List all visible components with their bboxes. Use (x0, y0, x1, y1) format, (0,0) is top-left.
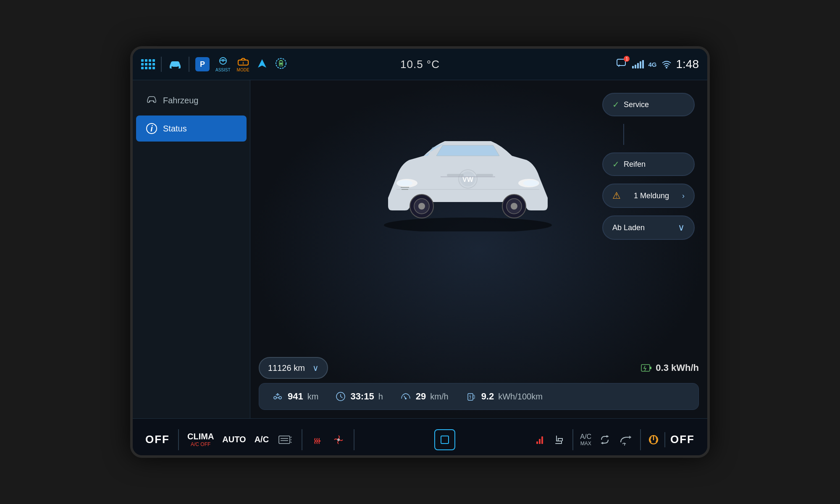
climate-right-controls: A/C MAX (535, 429, 695, 450)
odometer-row: 11126 km ∨ 0.3 kWh/h (259, 357, 699, 379)
home-button-area (363, 429, 526, 450)
avg-speed-unit: km/h (430, 392, 448, 402)
range-unit: km (307, 392, 319, 402)
meldung-button[interactable]: ⚠ 1 Meldung › (602, 184, 695, 208)
power-icon (648, 434, 659, 446)
svg-rect-30 (650, 367, 651, 369)
svg-point-31 (274, 396, 276, 399)
power-divider (664, 432, 665, 447)
speedometer-icon (400, 391, 412, 402)
clock-display: 1:48 (676, 58, 699, 71)
reifen-button[interactable]: ✓ Reifen (602, 152, 695, 176)
svg-rect-8 (280, 63, 282, 65)
main-content-area: Fahrzeug i Status (133, 80, 707, 418)
ab-laden-dropdown[interactable]: Ab Laden ∨ (602, 215, 695, 240)
svg-point-10 (666, 67, 667, 68)
car-illustration: VW (363, 114, 573, 231)
mode-icon[interactable]: MODE (236, 57, 250, 72)
consumption-icon (465, 391, 477, 402)
ac-max-sub-label: MAX (580, 441, 591, 446)
connector-line-1 (623, 124, 624, 145)
divider-1 (161, 57, 162, 72)
svg-rect-41 (539, 439, 541, 444)
meldung-chevron-icon: › (682, 192, 685, 200)
svg-point-38 (337, 438, 340, 441)
signal-strength-icon (632, 60, 644, 68)
service-button[interactable]: ✓ Service (602, 93, 695, 116)
svg-point-0 (171, 66, 173, 68)
svg-rect-39 (441, 436, 449, 444)
meldung-label: 1 Meldung (634, 192, 669, 200)
auto-label: AUTO (222, 435, 246, 444)
sidebar-item-status[interactable]: i Status (136, 116, 247, 142)
fahrzeug-icon (146, 94, 157, 106)
power-off-button[interactable]: OFF (648, 432, 695, 447)
range-value: 941 (288, 391, 303, 402)
svg-rect-35 (468, 394, 473, 400)
consumption-unit: kWh/100km (498, 392, 543, 402)
fan-bars-right-icon[interactable] (535, 434, 546, 446)
clima-main-label: CLIMA (187, 432, 214, 441)
svg-rect-42 (541, 436, 543, 444)
seat-heat-left-icon[interactable] (311, 433, 323, 446)
climate-divider-4 (572, 429, 573, 450)
rear-defrost-icon[interactable] (277, 433, 293, 446)
svg-point-12 (153, 101, 155, 102)
ac-label: A/C (255, 435, 269, 444)
clock-icon (335, 391, 346, 402)
svg-point-34 (405, 398, 407, 399)
reifen-check-icon: ✓ (612, 159, 620, 169)
reifen-label: Reifen (624, 160, 646, 169)
climate-divider-1 (178, 429, 179, 450)
odometer-dropdown[interactable]: 11126 km ∨ (259, 357, 328, 379)
home-button[interactable] (434, 429, 455, 450)
clima-label: CLIMA A/C OFF (187, 432, 214, 447)
top-status-bar: P ASSIST MODE (133, 49, 707, 80)
wifi-icon (661, 60, 672, 69)
svg-rect-37 (279, 436, 290, 444)
seat-heat-right-icon[interactable] (553, 433, 566, 446)
navigation-icon[interactable] (256, 57, 268, 71)
status-buttons-panel: ✓ Service ✓ Reifen ⚠ 1 Meldung › (602, 93, 695, 240)
car-nav-icon[interactable] (168, 58, 183, 70)
trip-time-unit: h (378, 392, 383, 402)
climate-control-bar: OFF CLIMA A/C OFF AUTO A/C (133, 418, 707, 458)
recirculate-icon[interactable] (598, 434, 612, 446)
temperature-display: 10.5 °C (328, 58, 512, 71)
vehicle-content-area: VW (250, 80, 707, 418)
message-icon[interactable]: 1 (616, 58, 628, 71)
fan-left-icon[interactable] (332, 433, 345, 446)
range-stat: 941 km (272, 391, 318, 402)
svg-rect-29 (641, 365, 650, 371)
mode-label: MODE (237, 68, 249, 72)
grid-menu-icon[interactable] (141, 59, 155, 69)
trip-time-stat: 33:15 h (335, 391, 383, 402)
message-badge: 1 (624, 56, 630, 62)
sidebar: Fahrzeug i Status (133, 80, 250, 418)
svg-point-3 (222, 60, 224, 62)
car-image-display: VW (359, 89, 577, 257)
avg-speed-stat: 29 km/h (400, 391, 449, 402)
nav-icons-left: P ASSIST MODE (141, 57, 324, 72)
odometer-value: 11126 km (268, 363, 305, 373)
trip-time-value: 33:15 (350, 391, 374, 402)
ab-laden-chevron-icon: ∨ (678, 222, 685, 233)
fahrzeug-label: Fahrzeug (163, 96, 199, 105)
settings-battery-icon[interactable] (274, 57, 288, 72)
svg-point-13 (384, 218, 552, 231)
ab-laden-label: Ab Laden (612, 223, 645, 232)
front-fan-icon[interactable] (618, 434, 633, 446)
network-type-badge: 4G (648, 61, 656, 68)
svg-rect-27 (447, 174, 464, 176)
status-label: Status (163, 124, 187, 134)
warning-icon: ⚠ (612, 190, 621, 201)
svg-rect-40 (536, 441, 538, 444)
ac-max-button[interactable]: A/C MAX (580, 433, 591, 446)
bottom-stats-area: 11126 km ∨ 0.3 kWh/h (259, 357, 699, 410)
assist-icon[interactable]: ASSIST (215, 57, 231, 72)
infotainment-screen: P ASSIST MODE (130, 46, 710, 458)
park-icon[interactable]: P (195, 57, 210, 71)
consumption-value: 9.2 (481, 391, 494, 402)
sidebar-item-fahrzeug[interactable]: Fahrzeug (136, 87, 247, 114)
svg-point-1 (177, 66, 179, 68)
